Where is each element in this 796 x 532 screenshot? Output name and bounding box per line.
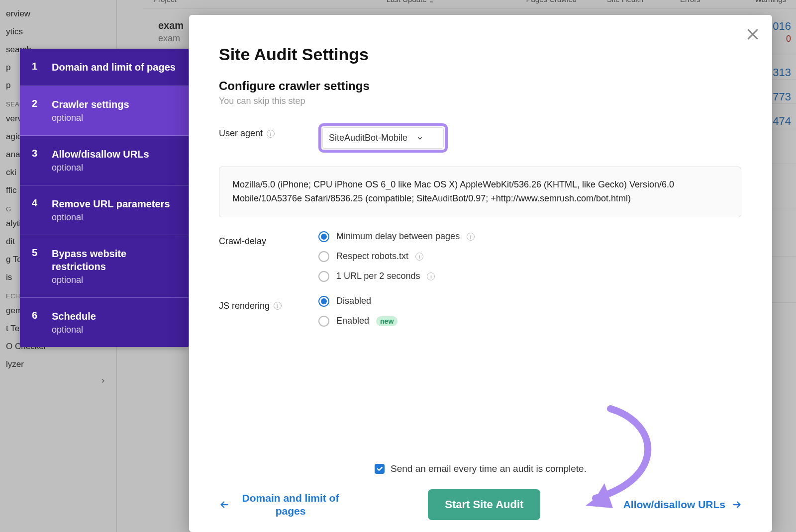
radio-icon [318,316,329,327]
user-agent-label-text: User agent [219,128,263,139]
step-number: 3 [32,148,40,173]
js-rendering-option[interactable]: Enabled new [318,316,742,327]
crawl-delay-option[interactable]: Respect robots.txt i [318,251,742,262]
modal-title: Site Audit Settings [219,45,742,64]
prev-step-label: Domain and limit of pages [236,492,345,518]
info-icon[interactable]: i [415,253,423,261]
close-icon [745,27,760,42]
new-badge: new [376,316,398,326]
user-agent-label: User agent i [219,123,318,139]
step-optional: optional [52,275,177,285]
step-optional: optional [52,163,149,173]
user-agent-value: SiteAuditBot-Mobile [329,133,407,143]
step-3[interactable]: 3 Allow/disallow URLs optional [20,136,189,185]
js-rendering-label: JS rendering i [219,296,318,311]
radio-label: Disabled [336,296,371,306]
crawl-delay-row: Crawl-delay Minimum delay between pages … [219,231,742,282]
step-title: Bypass website restrictions [52,247,177,273]
site-audit-settings-modal: Site Audit Settings Configure crawler se… [189,15,772,532]
check-icon [376,465,383,472]
info-icon[interactable]: i [267,130,275,138]
step-optional: optional [52,325,96,335]
ua-string-row: Mozilla/5.0 (iPhone; CPU iPhone OS 6_0 l… [219,167,742,217]
arrow-right-icon [731,499,742,510]
js-rendering-label-text: JS rendering [219,301,270,311]
crawl-delay-label-text: Crawl-delay [219,236,266,247]
step-1[interactable]: 1 Domain and limit of pages [20,49,189,86]
modal-subtitle: Configure crawler settings [219,79,742,93]
user-agent-string-box: Mozilla/5.0 (iPhone; CPU iPhone OS 6_0 l… [219,167,741,217]
step-title: Remove URL parameters [52,197,170,210]
prev-step-button[interactable]: Domain and limit of pages [219,492,345,518]
next-step-label: Allow/disallow URLs [623,499,725,511]
radio-label: 1 URL per 2 seconds [336,271,420,281]
info-icon[interactable]: i [274,302,282,310]
radio-icon [318,231,329,242]
step-number: 2 [32,98,40,123]
radio-icon [318,251,329,262]
step-title: Schedule [52,310,96,323]
info-icon[interactable]: i [427,272,435,280]
radio-icon [318,271,329,282]
next-step-button[interactable]: Allow/disallow URLs [623,499,742,511]
email-notification-row: Send an email every time an audit is com… [219,463,742,474]
settings-stepper: 1 Domain and limit of pages 2 Crawler se… [20,49,189,347]
close-button[interactable] [745,27,760,42]
step-title: Allow/disallow URLs [52,148,149,161]
step-6[interactable]: 6 Schedule optional [20,298,189,347]
user-agent-row: User agent i SiteAuditBot-Mobile [219,123,742,153]
crawl-delay-label: Crawl-delay [219,231,318,247]
step-optional: optional [52,113,129,123]
step-title: Domain and limit of pages [52,61,176,74]
radio-label: Enabled [336,316,369,326]
step-number: 5 [32,247,40,285]
arrow-left-icon [219,499,230,510]
crawl-delay-option[interactable]: Minimum delay between pages i [318,231,742,242]
step-number: 6 [32,310,40,335]
step-optional: optional [52,212,170,223]
radio-label: Respect robots.txt [336,251,408,262]
user-agent-select[interactable]: SiteAuditBot-Mobile [322,127,444,149]
email-checkbox[interactable] [375,464,385,474]
js-rendering-option[interactable]: Disabled [318,296,742,307]
step-number: 4 [32,197,40,223]
info-icon[interactable]: i [467,233,475,241]
radio-label: Minimum delay between pages [336,231,460,242]
step-5[interactable]: 5 Bypass website restrictions optional [20,235,189,298]
step-4[interactable]: 4 Remove URL parameters optional [20,185,189,235]
user-agent-highlight: SiteAuditBot-Mobile [318,123,448,153]
step-number: 1 [32,61,40,74]
start-site-audit-button[interactable]: Start Site Audit [428,489,540,520]
crawl-delay-option[interactable]: 1 URL per 2 seconds i [318,271,742,282]
email-checkbox-label: Send an email every time an audit is com… [391,463,587,474]
step-2[interactable]: 2 Crawler settings optional [20,86,189,136]
chevron-down-icon [416,135,423,142]
js-rendering-row: JS rendering i Disabled Enabled new [219,296,742,327]
modal-footer: Send an email every time an audit is com… [219,463,742,520]
radio-icon [318,296,329,307]
step-title: Crawler settings [52,98,129,111]
skip-step-text: You can skip this step [219,96,742,106]
